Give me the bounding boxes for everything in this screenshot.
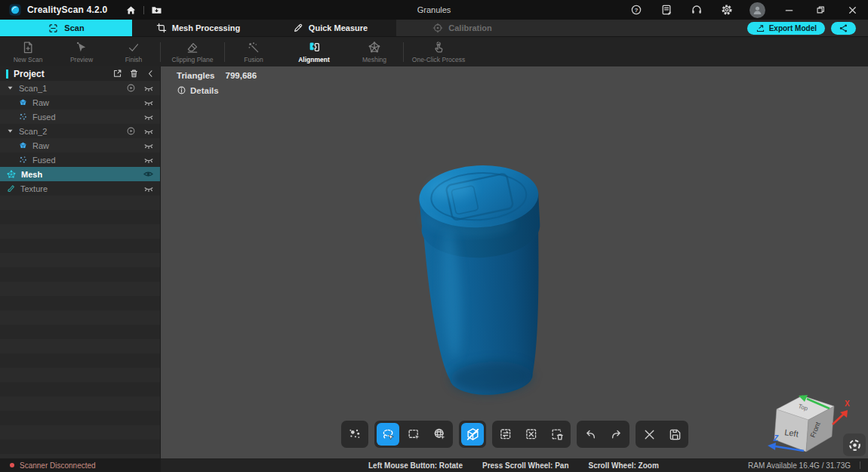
folder-import-icon bbox=[151, 5, 162, 16]
app-logo-icon bbox=[9, 4, 21, 16]
save-button[interactable] bbox=[663, 423, 686, 446]
undo-button[interactable] bbox=[579, 423, 602, 446]
clear-selection-button[interactable] bbox=[520, 423, 543, 446]
release-notes-button[interactable] bbox=[651, 0, 682, 20]
visibility-toggle[interactable] bbox=[143, 168, 154, 180]
undo-icon bbox=[583, 427, 598, 442]
tab-calibration[interactable]: Calibration bbox=[396, 20, 528, 36]
support-button[interactable] bbox=[682, 0, 712, 20]
tree-row-texture[interactable]: Texture bbox=[0, 181, 160, 196]
tree-row-mesh[interactable]: Mesh bbox=[0, 167, 160, 181]
invert-selection-button[interactable] bbox=[494, 423, 517, 446]
share-button[interactable] bbox=[831, 22, 856, 35]
visibility-toggle[interactable] bbox=[143, 140, 154, 151]
visibility-toggle[interactable] bbox=[143, 126, 154, 137]
share-icon bbox=[839, 23, 848, 33]
tree-row-scan2-raw[interactable]: Raw bbox=[0, 138, 160, 153]
tree-row-scan2-fused[interactable]: Fused bbox=[0, 153, 160, 167]
alignment-button[interactable]: Alignment bbox=[282, 37, 346, 67]
rect-select-button[interactable] bbox=[402, 423, 425, 446]
tab-quick-measure-label: Quick Measure bbox=[309, 23, 368, 32]
visibility-toggle[interactable] bbox=[143, 184, 154, 194]
delete-project-button[interactable] bbox=[129, 69, 139, 79]
eraser-icon bbox=[186, 41, 199, 54]
fused-icon bbox=[18, 155, 28, 165]
delete-selection-icon bbox=[550, 427, 565, 442]
tab-mesh-processing[interactable]: Mesh Processing bbox=[132, 20, 264, 36]
divider bbox=[860, 461, 860, 469]
export-model-button[interactable]: Export Model bbox=[747, 22, 825, 35]
crop-icon bbox=[156, 23, 167, 33]
delete-selection-button[interactable] bbox=[546, 423, 568, 446]
minimize-button[interactable] bbox=[773, 0, 805, 20]
one-click-process-button[interactable]: One-Click Process bbox=[404, 37, 473, 67]
user-icon bbox=[752, 5, 763, 16]
finish-button[interactable]: Finish bbox=[107, 37, 160, 67]
rect-select-icon bbox=[407, 427, 421, 442]
play-scan-button[interactable] bbox=[126, 126, 136, 136]
close-icon bbox=[847, 5, 858, 16]
scan-toolbar: New Scan Preview Finish Clipping Plane F… bbox=[0, 36, 868, 66]
ram-text: RAM Available 16.4G / 31.73G bbox=[748, 461, 851, 470]
visibility-toggle[interactable] bbox=[143, 112, 154, 122]
mouse-hints: Left Mouse Button: Rotate Press Scroll W… bbox=[368, 461, 659, 470]
cancel-button[interactable] bbox=[638, 423, 660, 446]
feature-points-button[interactable] bbox=[343, 423, 366, 446]
app-window: CrealityScan 4.2.0 Granules Scan Mesh Pr… bbox=[0, 0, 868, 472]
visibility-toggle[interactable] bbox=[143, 155, 154, 165]
collapse-panel-button[interactable] bbox=[146, 69, 155, 79]
play-scan-button[interactable] bbox=[126, 83, 136, 93]
lasso-select-button[interactable] bbox=[377, 423, 399, 446]
target-icon bbox=[432, 23, 443, 33]
accent-bar bbox=[6, 69, 8, 79]
fusion-button[interactable]: Fusion bbox=[225, 37, 282, 67]
tree-label: Scan_2 bbox=[19, 127, 47, 136]
details-toggle[interactable]: Details bbox=[177, 85, 257, 95]
scan-frame-icon bbox=[48, 23, 59, 34]
rename-project-button[interactable] bbox=[112, 69, 122, 79]
tree-row-scan1-fused[interactable]: Fused bbox=[0, 110, 160, 124]
rename-icon bbox=[112, 69, 122, 79]
settings-button[interactable] bbox=[712, 0, 742, 20]
headset-icon bbox=[691, 4, 703, 16]
sphere-select-button[interactable] bbox=[428, 423, 451, 446]
triangle-down-icon[interactable] bbox=[6, 127, 14, 135]
tree-row-scan2[interactable]: Scan_2 bbox=[0, 124, 160, 138]
select-through-toggle[interactable] bbox=[461, 423, 484, 446]
meshing-button[interactable]: Meshing bbox=[346, 37, 403, 67]
title-bar: CrealityScan 4.2.0 Granules bbox=[0, 0, 868, 20]
help-icon bbox=[630, 4, 642, 16]
triangle-down-icon[interactable] bbox=[6, 84, 14, 92]
viewport-3d[interactable]: Triangles 799,686 Details bbox=[161, 66, 868, 458]
home-button[interactable] bbox=[125, 5, 137, 16]
help-button[interactable] bbox=[621, 0, 651, 20]
gear-icon bbox=[721, 4, 733, 16]
sphere-select-icon bbox=[432, 427, 447, 442]
avatar[interactable] bbox=[749, 2, 765, 18]
texture-icon bbox=[6, 184, 16, 193]
visibility-toggle[interactable] bbox=[143, 97, 154, 108]
project-tree-empty-rows bbox=[0, 196, 160, 458]
new-scan-button[interactable]: New Scan bbox=[0, 37, 56, 67]
preview-button[interactable]: Preview bbox=[56, 37, 107, 67]
tab-mesh-processing-label: Mesh Processing bbox=[172, 23, 240, 32]
project-panel-header: Project bbox=[0, 66, 160, 81]
project-panel: Project Scan_1 Raw bbox=[0, 66, 161, 458]
visibility-toggle[interactable] bbox=[143, 83, 154, 94]
tab-scan[interactable]: Scan bbox=[0, 20, 132, 36]
clipping-plane-button[interactable]: Clipping Plane bbox=[161, 37, 224, 67]
mode-tab-bar: Scan Mesh Processing Quick Measure Calib… bbox=[0, 20, 868, 36]
close-button[interactable] bbox=[836, 0, 868, 20]
reset-view-button[interactable] bbox=[843, 433, 866, 456]
tree-row-scan1-raw[interactable]: Raw bbox=[0, 95, 160, 110]
status-bar: Scanner Disconnected Left Mouse Button: … bbox=[0, 458, 868, 472]
redo-button[interactable] bbox=[605, 423, 627, 446]
open-project-button[interactable] bbox=[151, 5, 162, 16]
restore-button[interactable] bbox=[805, 0, 836, 20]
cube-face-left-label: Left bbox=[784, 427, 799, 438]
app-title: CrealityScan 4.2.0 bbox=[27, 5, 107, 15]
tree-row-scan1[interactable]: Scan_1 bbox=[0, 81, 160, 95]
triangles-label: Triangles bbox=[177, 71, 215, 80]
tab-quick-measure[interactable]: Quick Measure bbox=[264, 20, 396, 36]
eye-closed-icon bbox=[143, 184, 154, 194]
